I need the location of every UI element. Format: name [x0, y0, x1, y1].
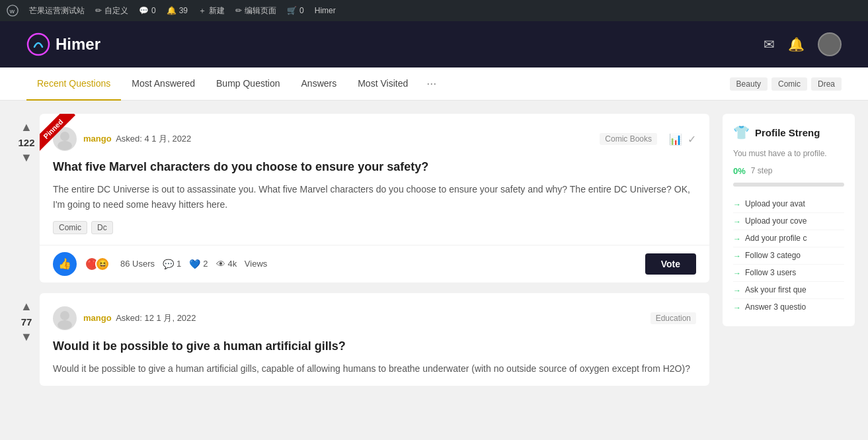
arrow-icon-2: → [733, 234, 741, 243]
stats-icon-1[interactable]: 📊 [669, 133, 682, 146]
ps-step-5: → Ask your first que [733, 282, 844, 299]
edit-page-link[interactable]: ✏ 编辑页面 [235, 5, 276, 17]
reaction-icons-1: ❤️ 😆 [85, 257, 110, 271]
like-button-1[interactable]: 👍 [53, 252, 77, 276]
category-1: Comic Books [600, 133, 657, 145]
question-body-2: Would it be possible to give a human art… [53, 361, 696, 376]
tag-comic[interactable]: Comic [771, 77, 807, 91]
himer-link[interactable]: Himer [315, 6, 336, 15]
pinned-ribbon-1 [40, 114, 79, 154]
card-actions-top-1: 📊 ✓ [669, 133, 696, 146]
ps-step-1: → Upload your cove [733, 213, 844, 230]
site-name-link[interactable]: 芒果运营测试站 [29, 5, 85, 17]
sidebar: 👕 Profile Streng You must have a to prof… [723, 114, 855, 386]
view-stat-1: 👁 4k Views [216, 259, 268, 269]
check-icon-1[interactable]: ✓ [688, 133, 696, 146]
card-inner-1: mango Asked: 4 1 月, 2022 Comic Books 📊 ✓… [40, 114, 709, 234]
card-footer-1: 👍 ❤️ 😆 86 Users 💬 1 💙 2 � [40, 245, 709, 283]
pencil-icon: ✏ [95, 6, 102, 15]
nav-item-answered[interactable]: Most Answered [121, 67, 206, 101]
customize-link[interactable]: ✏ 自定义 [95, 5, 128, 17]
comment-icon: 💬 [139, 6, 149, 15]
ps-step-2: → Add your profile c [733, 230, 844, 247]
tag-dream[interactable]: Drea [811, 77, 842, 91]
ps-header: 👕 Profile Streng [733, 124, 844, 140]
vote-col-1: ▲ 122 ▼ [13, 114, 40, 165]
site-header: Himer ✉ 🔔 [0, 21, 868, 67]
arrow-icon-5: → [733, 286, 741, 295]
ps-step-6: → Answer 3 questio [733, 299, 844, 316]
category-2: Education [651, 312, 696, 324]
user-avatar-header[interactable] [818, 32, 842, 56]
vote-count-2: 77 [21, 316, 32, 328]
svg-point-5 [60, 311, 69, 320]
wp-logo[interactable]: W [7, 5, 19, 17]
question-tags-1: Comic Dc [53, 221, 696, 234]
ps-step-3: → Follow 3 catego [733, 247, 844, 265]
vote-col-2: ▲ 77 ▼ [13, 293, 40, 344]
mail-icon[interactable]: ✉ [764, 36, 775, 52]
nav-item-recent[interactable]: Recent Questions [26, 67, 121, 101]
plus-icon: ＋ [198, 5, 206, 17]
card-inner-2: mango Asked: 12 1 月, 2022 Education Woul… [40, 293, 709, 376]
ps-subtitle: You must have a to profile. [733, 148, 844, 159]
reaction-count-1: 86 Users [120, 259, 155, 269]
question-link-2[interactable]: Would it be possible to give a human art… [53, 339, 346, 353]
ps-step-4: → Follow 3 users [733, 265, 844, 282]
ps-step-0: → Upload your avat [733, 196, 844, 213]
question-wrapper-1: ▲ 122 ▼ mango Asked: 4 1 月, 2022 [13, 114, 709, 283]
meta-text-1: mango Asked: 4 1 月, 2022 [83, 133, 191, 145]
questions-list: ▲ 122 ▼ mango Asked: 4 1 月, 2022 [13, 114, 709, 386]
question-card-1: mango Asked: 4 1 月, 2022 Comic Books 📊 ✓… [40, 114, 709, 283]
nav-item-answers[interactable]: Answers [291, 67, 348, 101]
question-title-2: Would it be possible to give a human art… [53, 338, 696, 355]
vote-down-2[interactable]: ▼ [20, 330, 32, 344]
nav-more-button[interactable]: ··· [418, 77, 444, 91]
cart-link[interactable]: 🛒 0 [287, 6, 304, 15]
ps-progress-row: 0% 7 step [733, 166, 844, 176]
question-link-1[interactable]: What five Marvel characters do you choos… [53, 160, 428, 173]
tag-comic-1[interactable]: Comic [53, 221, 87, 234]
cart-icon: 🛒 [287, 6, 297, 15]
vote-up-2[interactable]: ▲ [20, 300, 32, 314]
tag-dc-1[interactable]: Dc [91, 221, 113, 234]
vote-button-1[interactable]: Vote [645, 253, 696, 275]
question-wrapper-2: ▲ 77 ▼ mango Asked: 12 1 月, 2022 Educati… [13, 293, 709, 386]
vote-count-1: 122 [18, 137, 34, 148]
vote-up-1[interactable]: ▲ [20, 120, 32, 134]
progress-bar [733, 183, 844, 187]
username-1[interactable]: mango [83, 134, 112, 144]
main-nav: Recent Questions Most Answered Bump Ques… [0, 67, 868, 101]
arrow-icon-6: → [733, 303, 741, 312]
answer-stat-1: 💙 2 [189, 259, 208, 269]
eye-icon-1: 👁 [216, 259, 225, 269]
nav-item-most-visited[interactable]: Most Visited [347, 67, 418, 101]
comment-icon-1: 💬 [163, 259, 174, 269]
arrow-icon-4: → [733, 269, 741, 278]
arrow-icon-3: → [733, 251, 741, 261]
card-meta-1: mango Asked: 4 1 月, 2022 Comic Books 📊 ✓ [53, 127, 696, 151]
card-meta-2: mango Asked: 12 1 月, 2022 Education [53, 306, 696, 330]
edit-icon: ✏ [235, 6, 242, 15]
admin-bar: W 芒果运营测试站 ✏ 自定义 💬 0 🔔 39 ＋ 新建 ✏ 编辑页面 🛒 0… [0, 0, 868, 21]
header-icons: ✉ 🔔 [764, 32, 842, 56]
nav-tags: Beauty Comic Drea [730, 77, 842, 91]
site-logo[interactable]: Himer [26, 32, 100, 56]
nav-item-bump[interactable]: Bump Question [206, 67, 291, 101]
ps-steps: 7 step [751, 166, 773, 175]
notification-icon: 🔔 [167, 6, 177, 15]
user-avatar-2 [53, 306, 77, 330]
vote-down-1[interactable]: ▼ [20, 151, 32, 165]
logo-text: Himer [56, 35, 100, 54]
page-layout: ▲ 122 ▼ mango Asked: 4 1 月, 2022 [0, 101, 868, 386]
username-2[interactable]: mango [83, 313, 112, 323]
tag-beauty[interactable]: Beauty [730, 77, 768, 91]
svg-point-2 [28, 34, 49, 55]
comments-link[interactable]: 💬 0 [139, 6, 156, 15]
arrow-icon-0: → [733, 200, 741, 209]
new-link[interactable]: ＋ 新建 [198, 5, 225, 17]
meta-text-2: mango Asked: 12 1 月, 2022 [83, 312, 196, 324]
notifications-link[interactable]: 🔔 39 [167, 6, 188, 15]
bell-icon[interactable]: 🔔 [788, 36, 805, 52]
arrow-icon-1: → [733, 217, 741, 226]
